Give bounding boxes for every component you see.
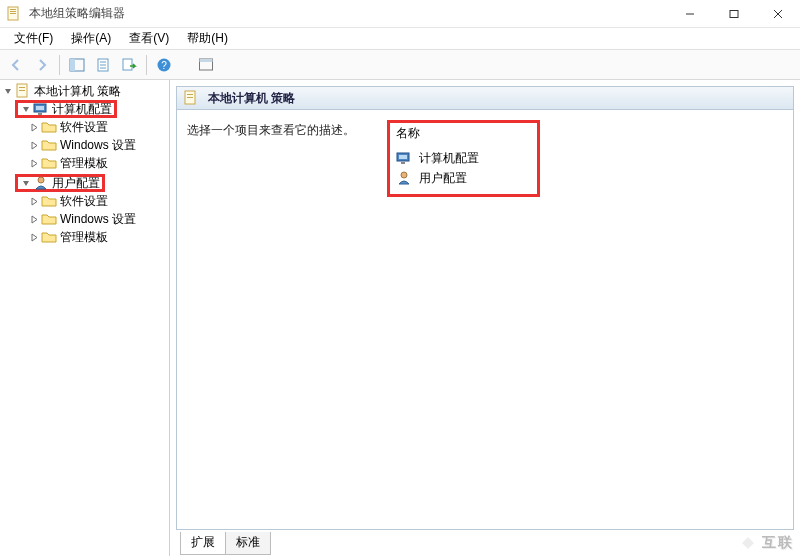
tree-pane: 本地计算机 策略 计算机配置 软件设置	[0, 80, 170, 556]
svg-rect-21	[19, 90, 25, 91]
list-item-computer-config[interactable]: 计算机配置	[396, 148, 479, 168]
tree-computer-config[interactable]: 计算机配置	[0, 100, 169, 118]
folder-icon	[41, 229, 57, 245]
policy-icon	[15, 83, 31, 99]
expand-icon[interactable]	[28, 231, 40, 243]
expand-icon[interactable]	[28, 139, 40, 151]
description-column: 选择一个项目来查看它的描述。	[177, 110, 387, 529]
collapse-icon[interactable]	[2, 85, 14, 97]
list-item-label: 用户配置	[419, 170, 467, 187]
svg-rect-23	[36, 106, 44, 110]
svg-point-25	[38, 177, 44, 183]
menu-help[interactable]: 帮助(H)	[179, 28, 236, 49]
tree-user-config-label: 用户配置	[52, 175, 100, 192]
tree-software-settings-2[interactable]: 软件设置	[0, 192, 169, 210]
toolbar: ?	[0, 50, 800, 80]
view-tabs: 扩展 标准	[176, 532, 794, 554]
collapse-icon[interactable]	[20, 103, 32, 115]
svg-text:?: ?	[161, 60, 167, 71]
folder-icon	[41, 193, 57, 209]
folder-icon	[41, 155, 57, 171]
svg-rect-1	[10, 9, 16, 10]
main-area: 本地计算机 策略 计算机配置 软件设置	[0, 80, 800, 556]
tree-root[interactable]: 本地计算机 策略	[0, 82, 169, 100]
tree-label: 管理模板	[60, 155, 108, 172]
list-item-label: 计算机配置	[419, 150, 479, 167]
toolbar-separator	[146, 55, 147, 75]
svg-rect-5	[730, 10, 738, 17]
expand-icon[interactable]	[28, 157, 40, 169]
tree-admin-templates[interactable]: 管理模板	[0, 154, 169, 172]
toolbar-separator	[59, 55, 60, 75]
menu-file[interactable]: 文件(F)	[6, 28, 61, 49]
tree-windows-settings[interactable]: Windows 设置	[0, 136, 169, 154]
app-icon	[6, 6, 22, 22]
minimize-button[interactable]	[668, 0, 712, 28]
svg-rect-31	[401, 162, 405, 164]
computer-icon	[33, 101, 49, 117]
svg-point-32	[401, 172, 407, 178]
tree-software-settings[interactable]: 软件设置	[0, 118, 169, 136]
title-bar: 本地组策略编辑器	[0, 0, 800, 28]
svg-rect-18	[200, 59, 213, 62]
tree-windows-settings-2[interactable]: Windows 设置	[0, 210, 169, 228]
svg-rect-24	[38, 113, 42, 115]
window-title: 本地组策略编辑器	[29, 5, 125, 22]
watermark: 互联	[740, 534, 794, 552]
folder-icon	[41, 137, 57, 153]
content-pane: 本地计算机 策略 选择一个项目来查看它的描述。 名称 计算机配置	[170, 80, 800, 556]
properties-button[interactable]	[91, 53, 115, 77]
close-button[interactable]	[756, 0, 800, 28]
svg-rect-9	[70, 59, 75, 71]
user-icon	[33, 175, 49, 191]
tree-label: 管理模板	[60, 229, 108, 246]
svg-rect-30	[399, 155, 407, 159]
help-button[interactable]: ?	[152, 53, 176, 77]
computer-icon	[396, 150, 412, 166]
svg-rect-14	[123, 59, 132, 70]
collapse-icon[interactable]	[20, 177, 32, 189]
tree-admin-templates-2[interactable]: 管理模板	[0, 228, 169, 246]
tab-extended[interactable]: 扩展	[180, 532, 226, 555]
svg-rect-2	[10, 11, 16, 12]
tree-computer-config-label: 计算机配置	[52, 101, 112, 118]
maximize-button[interactable]	[712, 0, 756, 28]
expand-icon[interactable]	[28, 121, 40, 133]
window-controls	[668, 0, 800, 28]
user-icon	[396, 170, 412, 186]
expand-icon[interactable]	[28, 213, 40, 225]
filter-button[interactable]	[194, 53, 218, 77]
svg-rect-3	[10, 13, 16, 14]
content-body: 选择一个项目来查看它的描述。 名称 计算机配置 用户配置	[176, 110, 794, 530]
export-list-button[interactable]	[117, 53, 141, 77]
content-header: 本地计算机 策略	[176, 86, 794, 110]
folder-icon	[41, 211, 57, 227]
tree-label: 软件设置	[60, 119, 108, 136]
content-header-title: 本地计算机 策略	[208, 90, 295, 107]
tree-label: Windows 设置	[60, 137, 136, 154]
list-item-user-config[interactable]: 用户配置	[396, 168, 479, 188]
expand-icon[interactable]	[28, 195, 40, 207]
nav-forward-button[interactable]	[30, 53, 54, 77]
menu-view[interactable]: 查看(V)	[121, 28, 177, 49]
column-header-name[interactable]: 名称	[396, 125, 479, 142]
menu-action[interactable]: 操作(A)	[63, 28, 119, 49]
tree-label: Windows 设置	[60, 211, 136, 228]
tree-label: 软件设置	[60, 193, 108, 210]
policy-icon	[183, 90, 199, 106]
list-column: 名称 计算机配置 用户配置	[387, 110, 793, 529]
nav-back-button[interactable]	[4, 53, 28, 77]
tab-standard[interactable]: 标准	[225, 532, 271, 555]
tree-root-label: 本地计算机 策略	[34, 83, 121, 100]
list-highlight: 名称 计算机配置 用户配置	[387, 120, 540, 197]
show-hide-tree-button[interactable]	[65, 53, 89, 77]
svg-rect-20	[19, 87, 25, 88]
menu-bar: 文件(F) 操作(A) 查看(V) 帮助(H)	[0, 28, 800, 50]
svg-rect-27	[187, 94, 193, 95]
folder-icon	[41, 119, 57, 135]
tree-user-config[interactable]: 用户配置	[0, 174, 169, 192]
description-hint: 选择一个项目来查看它的描述。	[187, 123, 355, 137]
watermark-text: 互联	[762, 534, 794, 550]
svg-rect-28	[187, 97, 193, 98]
